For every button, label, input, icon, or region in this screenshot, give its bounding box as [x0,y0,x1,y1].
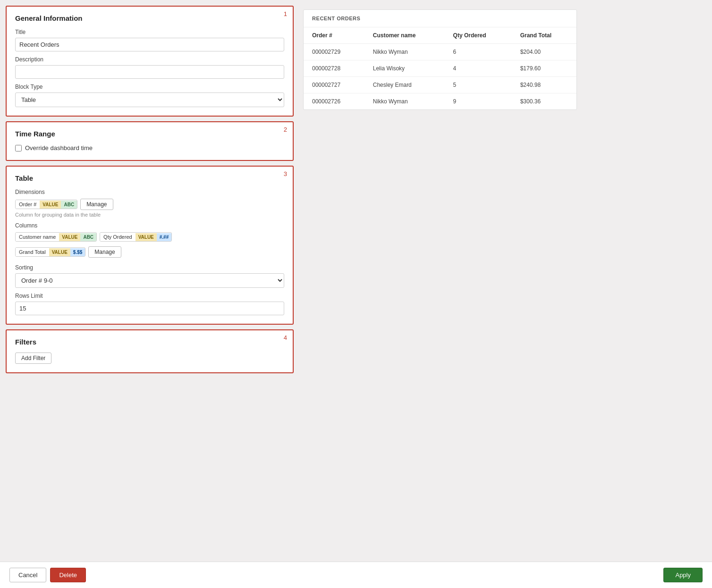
columns-rows: Customer name VALUE ABC Qty Ordered VALU… [15,232,284,260]
table-cell-qty: 4 [445,60,512,77]
table-row: 000002729Nikko Wyman6$204.00 [304,44,576,60]
table-section: 3 Table Dimensions Order # VALUE ABC Man… [6,166,294,325]
col-customer-badge-value: VALUE [59,233,80,241]
block-type-select[interactable]: Table [15,92,284,107]
col-customer-name-pill: Customer name VALUE ABC [15,232,97,242]
bottom-left-buttons: Cancel Delete [9,568,86,582]
override-checkbox-label: Override dashboard time [25,144,93,151]
col-grand-total-badge-format: $.$$ [70,248,85,256]
col-qty-ordered-pill: Qty Ordered VALUE #.## [100,232,172,242]
col-qty-badge-value: VALUE [136,233,157,241]
dimensions-tag-group: Order # VALUE ABC Manage [15,199,284,210]
block-type-label: Block Type [15,84,284,90]
time-range-title: Time Range [15,130,284,138]
table-title: Table [15,174,284,182]
table-cell-order: 000002729 [304,44,364,60]
dimensions-helper-text: Column for grouping data in the table [15,212,284,218]
dimension-order-name: Order # [16,200,40,209]
dimensions-manage-button[interactable]: Manage [80,199,113,210]
cancel-button[interactable]: Cancel [9,568,46,582]
col-header-customer: Customer name [364,27,445,44]
columns-manage-button[interactable]: Manage [88,246,121,258]
filters-section: 4 Filters Add Filter [6,329,294,373]
section-number-4: 4 [284,334,287,341]
table-row: 000002727Chesley Emard5$240.98 [304,77,576,93]
override-dashboard-time-checkbox[interactable] [15,145,22,151]
section-number-3: 3 [284,170,287,177]
bottom-bar: Cancel Delete Apply [0,562,712,588]
table-cell-customer: Nikko Wyman [364,93,445,110]
table-row: 000002726Nikko Wyman9$300.36 [304,93,576,110]
table-row: 000002728Lelia Wisoky4$179.60 [304,60,576,77]
section-number-1: 1 [284,10,287,17]
dimension-order-badge-value: VALUE [40,201,61,209]
table-cell-order: 000002727 [304,77,364,93]
section-number-2: 2 [284,126,287,133]
apply-button[interactable]: Apply [663,568,703,582]
description-label: Description [15,56,284,63]
table-header-row: Order # Customer name Qty Ordered Grand … [304,27,576,44]
columns-label: Columns [15,222,284,229]
table-cell-total: $179.60 [512,60,576,77]
filters-title: Filters [15,338,284,346]
table-cell-customer: Nikko Wyman [364,44,445,60]
title-input[interactable] [15,38,284,51]
table-cell-customer: Lelia Wisoky [364,60,445,77]
columns-row-2: Grand Total VALUE $.$$ Manage [15,246,284,258]
preview-title: RECENT ORDERS [304,10,576,27]
add-filter-button[interactable]: Add Filter [15,353,51,364]
sorting-select[interactable]: Order # 9-0 [15,273,284,288]
sorting-label: Sorting [15,264,284,271]
col-grand-total-name: Grand Total [16,248,49,256]
preview-table: Order # Customer name Qty Ordered Grand … [304,27,576,109]
dimension-order-pill: Order # VALUE ABC [15,200,77,209]
table-cell-total: $240.98 [512,77,576,93]
col-customer-name: Customer name [16,233,59,241]
table-cell-total: $300.36 [512,93,576,110]
time-range-section: 2 Time Range Override dashboard time [6,121,294,161]
rows-limit-label: Rows Limit [15,293,284,299]
sorting-row: Sorting Order # 9-0 [15,264,284,288]
rows-limit-row: Rows Limit [15,293,284,315]
col-customer-badge-abc: ABC [80,233,96,241]
col-header-order: Order # [304,27,364,44]
table-cell-total: $204.00 [512,44,576,60]
preview-table-wrapper: Order # Customer name Qty Ordered Grand … [304,27,576,109]
col-header-total: Grand Total [512,27,576,44]
dimensions-label: Dimensions [15,189,284,195]
table-cell-qty: 6 [445,44,512,60]
preview-card: RECENT ORDERS Order # Customer name Qty … [303,9,577,110]
left-panel: 1 General Information Title Description … [6,6,294,556]
col-grand-total-pill: Grand Total VALUE $.$$ [15,247,85,257]
description-input[interactable] [15,65,284,79]
col-header-qty: Qty Ordered [445,27,512,44]
col-grand-total-badge-value: VALUE [49,248,70,256]
override-checkbox-row: Override dashboard time [15,144,284,151]
table-cell-customer: Chesley Emard [364,77,445,93]
columns-row-1: Customer name VALUE ABC Qty Ordered VALU… [15,232,284,242]
table-cell-order: 000002726 [304,93,364,110]
general-info-title: General Information [15,14,284,22]
right-panel: RECENT ORDERS Order # Customer name Qty … [299,6,706,556]
col-qty-badge-format: #.## [157,233,171,241]
table-cell-qty: 5 [445,77,512,93]
table-cell-qty: 9 [445,93,512,110]
rows-limit-input[interactable] [15,302,284,315]
table-cell-order: 000002728 [304,60,364,77]
delete-button[interactable]: Delete [50,568,86,582]
general-info-section: 1 General Information Title Description … [6,6,294,117]
col-qty-ordered-name: Qty Ordered [100,233,136,241]
title-label: Title [15,29,284,35]
dimension-order-badge-abc: ABC [61,201,77,209]
